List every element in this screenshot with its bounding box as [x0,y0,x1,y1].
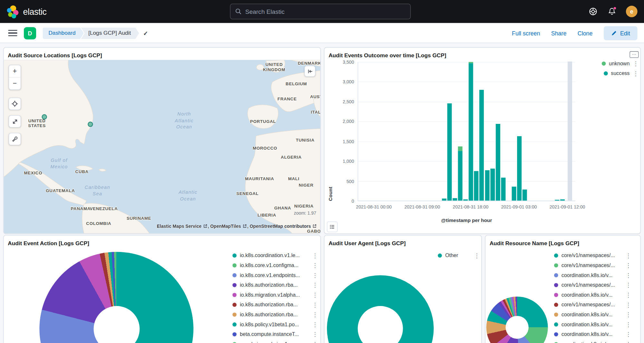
legend-actions-button[interactable]: ⋮ [312,332,318,337]
edit-button[interactable]: Edit [604,26,638,40]
outcome-legend: unknown⋮success⋮ [601,61,639,76]
legend-item[interactable]: io.k8s.authorization.rba...⋮ [233,302,318,308]
panel-audit-event-action: Audit Event Action [Logs GCP] io.k8s.coo… [3,235,321,343]
legend-actions-button[interactable]: ⋮ [312,254,318,258]
legend-actions-button[interactable]: ⋮ [312,283,318,287]
legend-actions-button[interactable]: ⋮ [626,293,631,297]
legend-item[interactable]: io.k8s.authorization.rba...⋮ [233,312,318,318]
legend-actions-button[interactable]: ⋮ [474,254,480,258]
map-canvas[interactable]: UNITED KINGDOMDENMARKBELGIUMFRANCEAUSTRI… [4,60,320,233]
bar-success[interactable] [469,63,473,200]
bar-success[interactable] [512,187,516,200]
legend-item[interactable]: io.k8s.coordination.v1.le...⋮ [233,253,318,258]
legend-actions-button[interactable]: ⋮ [312,293,318,297]
notifications-bell-icon[interactable] [607,6,617,16]
map-data-marker[interactable] [88,121,93,127]
legend-item[interactable]: coordination.k8s.io/v...⋮ [554,292,631,298]
legend-actions-button[interactable]: ⋮ [312,263,318,267]
bar-success[interactable] [479,90,484,200]
bar-success[interactable] [485,171,489,201]
legend-item[interactable]: coordination.k8s.io/v...⋮ [554,321,631,327]
zoom-out-button[interactable]: − [9,78,21,89]
legend-actions-button[interactable]: ⋮ [626,303,631,307]
checkmark-icon[interactable]: ✓ [143,30,148,36]
map-attribution-link[interactable]: OpenMapTiles [210,224,241,228]
legend-actions-button[interactable]: ⋮ [312,303,318,307]
bar-success[interactable] [517,136,522,200]
bar-success[interactable] [463,199,468,201]
map-tools-wrench-icon[interactable] [9,133,21,145]
legend-actions-button[interactable]: ⋮ [626,273,631,277]
legend-item[interactable]: coordination.k8s.io/v...⋮ [554,273,631,278]
bar-success[interactable] [458,151,463,200]
legend-item[interactable]: io.k8s.authorization.rba...⋮ [233,282,318,288]
legend-item[interactable]: core/v1/namespaces/...⋮ [554,302,631,308]
legend-actions-button[interactable]: ⋮ [312,312,318,317]
bar-success[interactable] [447,103,452,201]
user-avatar[interactable]: e [626,6,638,17]
space-badge[interactable]: D [24,27,36,39]
search-input[interactable] [245,8,405,15]
event-action-donut-chart[interactable] [39,252,193,343]
legend-item[interactable]: beta.compute.instanceT...⋮ [233,331,318,337]
full-screen-button[interactable]: Full screen [512,30,540,36]
breadcrumb-current-page[interactable]: [Logs GCP] Audit [81,27,139,39]
bar-success[interactable] [555,200,559,200]
legend-item[interactable]: core/v1/namespaces/...⋮ [554,263,631,268]
legend-actions-button[interactable]: ⋮ [626,254,631,258]
legend-actions-button[interactable]: ⋮ [626,283,631,287]
legend-actions-button[interactable]: ⋮ [633,71,639,76]
global-search[interactable] [230,4,411,19]
legend-actions-button[interactable]: ⋮ [633,61,639,66]
legend-item[interactable]: coordination.k8s.io/v...⋮ [554,312,631,318]
legend-label: io.k8s.policy.v1beta1.po... [240,321,309,327]
legend-item[interactable]: unknown⋮ [601,61,639,67]
panel-options-button[interactable]: ⋯ [630,51,639,58]
resource-name-donut-chart[interactable] [486,297,548,343]
legend-item[interactable]: success⋮ [603,70,639,76]
legend-actions-button[interactable]: ⋮ [626,312,631,317]
menu-icon[interactable] [8,30,17,36]
bar-success[interactable] [495,124,500,200]
legend-item[interactable]: google.iam.admin.v1...⋮ [233,341,318,343]
legend-actions-button[interactable]: ⋮ [626,332,631,337]
user-agent-donut-chart[interactable] [327,275,434,343]
zoom-in-button[interactable]: + [9,65,21,78]
map-data-marker[interactable] [42,114,47,120]
legend-item[interactable]: Other⋮ [438,253,480,258]
map-attribution-link[interactable]: Elastic Maps Service [157,224,202,228]
dashboard-grid: Audit Source Locations [Logs GCP] [0,43,644,343]
bar-success[interactable] [474,171,479,200]
legend-item[interactable]: core/v1/namespaces/...⋮ [554,282,631,288]
legend-actions-button[interactable]: ⋮ [626,263,631,267]
legend-item[interactable]: core/v1/namespaces/...⋮ [554,253,631,258]
legend-item[interactable]: io.k8s.migration.v1alpha...⋮ [233,292,318,298]
legend-item[interactable]: io.k8s.core.v1.endpoints...⋮ [233,273,318,278]
bar-success[interactable] [560,199,565,200]
legend-actions-button[interactable]: ⋮ [626,322,631,327]
breadcrumb-dashboard[interactable]: Dashboard [43,27,84,39]
legend-item[interactable]: coordination.k8s.io/...⋮ [554,341,631,343]
legend-item[interactable]: coordination.k8s.io/v...⋮ [554,331,631,337]
legend-actions-button[interactable]: ⋮ [312,273,318,277]
legend-item[interactable]: io.k8s.core.v1.configma...⋮ [233,263,318,268]
legend-toggle-button[interactable] [327,221,338,232]
bar-success[interactable] [523,190,527,201]
help-icon[interactable] [588,6,598,16]
legend-item[interactable]: io.k8s.policy.v1beta1.po...⋮ [233,321,318,327]
bar-success[interactable] [453,198,457,200]
bar-unknown[interactable] [458,147,463,151]
elastic-brand[interactable]: elastic [6,5,46,19]
share-button[interactable]: Share [551,30,567,36]
legend-actions-button[interactable]: ⋮ [312,322,318,327]
bar-success[interactable] [442,199,447,200]
bar-success[interactable] [490,168,495,200]
bar-success[interactable] [501,178,505,201]
fit-to-data-expand-icon[interactable] [9,115,21,127]
collapse-legend-icon[interactable] [304,66,315,77]
bar-unknown[interactable] [469,62,473,63]
clone-button[interactable]: Clone [578,30,593,36]
set-view-crosshair-button[interactable] [9,97,21,110]
map-attribution-link[interactable]: OpenStreetMap contributors [250,224,311,228]
toolbar-actions: Full screen Share Clone Edit [512,23,638,43]
